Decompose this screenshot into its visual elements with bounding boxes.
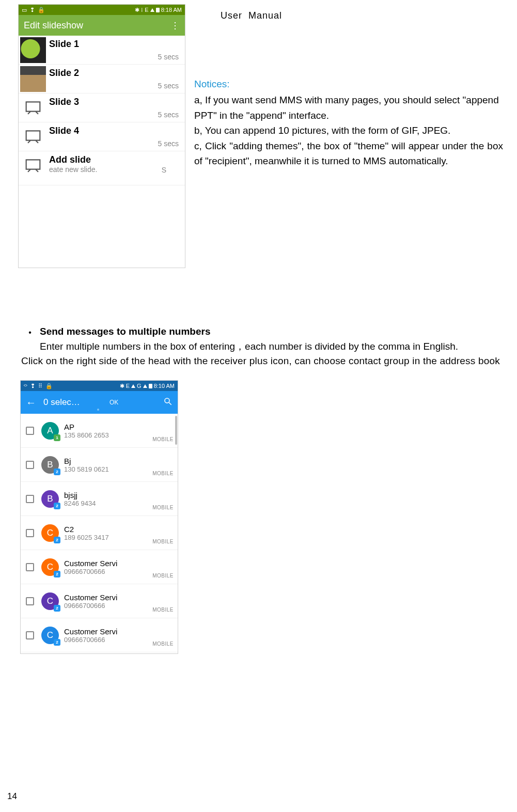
section2-line1: Enter multiple numbers in the box of ent… xyxy=(20,339,500,354)
search-icon[interactable] xyxy=(163,397,173,409)
more-icon[interactable]: ⋯ xyxy=(170,21,181,29)
checkbox[interactable] xyxy=(26,427,34,435)
contact-name: Customer Servi xyxy=(64,627,152,636)
slide-title: Slide 3 xyxy=(49,97,185,107)
avatar: C2 xyxy=(41,592,59,610)
sim-badge: 2 xyxy=(54,605,60,612)
section2-line2: Click on the right side of the head with… xyxy=(20,354,500,369)
lock-icon: 🔒 xyxy=(38,7,45,13)
contact-info: Bj130 5819 0621 xyxy=(64,457,152,473)
contact-info: C2189 6025 3417 xyxy=(64,525,152,541)
appbar: ← 0 selec… OK xyxy=(21,391,178,414)
checkbox[interactable] xyxy=(26,495,34,503)
sim-badge: 2 xyxy=(54,503,60,509)
statusbar: ▭ ❢ 🔒 ✱ ⁞ E 8:18 AM xyxy=(19,5,185,15)
screenshot-contact-picker: ⌔ ❢ ⠿ 🔒 ✱ E G 8:10 AM ← 0 selec… OK A1AP… xyxy=(20,380,178,654)
contact-type: MOBILE xyxy=(152,607,174,618)
avatar: C2 xyxy=(41,627,59,644)
status-time: 8:10 AM xyxy=(154,383,175,389)
contact-type: MOBILE xyxy=(152,505,174,516)
contact-number: 130 5819 0621 xyxy=(64,465,152,473)
contact-list: A1AP135 8606 2653MOBILEB2Bj130 5819 0621… xyxy=(21,414,178,652)
appbar-title: Edit slideshow xyxy=(24,20,83,31)
notification-icon: ❢ xyxy=(30,383,35,389)
statusbar: ⌔ ❢ ⠿ 🔒 ✱ E G 8:10 AM xyxy=(21,381,178,391)
sim-badge: 2 xyxy=(54,469,60,475)
page-header: UserManual xyxy=(221,10,282,21)
checkbox[interactable] xyxy=(26,529,34,537)
contact-name: bjsjj xyxy=(64,491,152,499)
checkbox[interactable] xyxy=(26,597,34,605)
contact-number: 135 8606 2653 xyxy=(64,431,152,439)
contact-row[interactable]: C2Customer Servi09666700666MOBILE xyxy=(21,550,178,584)
contact-row[interactable]: C2Customer Servi09666700666MOBILE xyxy=(21,584,178,618)
network-label: E xyxy=(145,7,148,13)
battery-icon xyxy=(149,384,152,388)
contact-number: 189 6025 3417 xyxy=(64,534,152,541)
page-number: 14 xyxy=(7,791,17,802)
avatar: B2 xyxy=(41,456,59,474)
contact-name: Bj xyxy=(64,457,152,465)
lock-icon: 🔒 xyxy=(45,383,53,389)
scrollbar-thumb[interactable] xyxy=(175,416,177,445)
checkbox[interactable] xyxy=(26,461,34,469)
contact-info: bjsjj8246 9434 xyxy=(64,491,152,507)
network-label-1: E xyxy=(126,383,130,389)
back-button[interactable]: ← xyxy=(26,397,36,409)
voicemail-icon: ⠿ xyxy=(38,383,42,389)
appbar: Edit slideshow ⋯ xyxy=(19,15,185,36)
contact-number: 09666700666 xyxy=(64,568,152,575)
notice-a: a, If you want send MMS with many pages,… xyxy=(194,92,503,123)
slide-thumb xyxy=(20,37,46,63)
svg-line-1 xyxy=(169,402,171,405)
svg-point-0 xyxy=(165,398,169,403)
notice-c: c, Click "adding themes", the box of "th… xyxy=(194,138,503,169)
notices-heading: Notices: xyxy=(194,76,503,91)
contact-name: Customer Servi xyxy=(64,559,152,568)
add-slide[interactable]: Add slide eate new slide. S xyxy=(19,151,185,185)
network-label-2: G xyxy=(137,383,142,389)
sim-badge: 2 xyxy=(54,537,60,543)
signal-icon xyxy=(131,384,135,388)
slide-item[interactable]: Slide 45 secs xyxy=(19,122,185,151)
contact-info: Customer Servi09666700666 xyxy=(64,593,152,610)
slide-title: Slide 4 xyxy=(49,126,185,136)
checkbox[interactable] xyxy=(26,631,34,639)
sim-badge: 1 xyxy=(54,434,60,441)
contact-type: MOBILE xyxy=(152,436,174,447)
status-time: 8:18 AM xyxy=(161,7,182,13)
ok-button[interactable]: OK xyxy=(109,399,118,406)
contact-row[interactable]: C2C2189 6025 3417MOBILE xyxy=(21,516,178,550)
contact-row[interactable]: B2Bj130 5819 0621MOBILE xyxy=(21,448,178,482)
projector-icon xyxy=(20,95,46,121)
slide-item[interactable]: Slide 35 secs xyxy=(19,93,185,122)
contact-row[interactable]: A1AP135 8606 2653MOBILE xyxy=(21,414,178,448)
selection-title: 0 selec… xyxy=(43,397,93,408)
signal-icon xyxy=(143,384,147,388)
contact-info: AP135 8606 2653 xyxy=(64,423,152,439)
contact-info: Customer Servi09666700666 xyxy=(64,559,152,575)
slide-thumb xyxy=(20,66,46,92)
checkbox[interactable] xyxy=(26,563,34,571)
bluetooth-icon: ✱ xyxy=(120,383,124,389)
slide-duration: 5 secs xyxy=(158,139,185,148)
slide-item[interactable]: Slide 25 secs xyxy=(19,65,185,93)
add-slide-title: Add slide xyxy=(49,154,185,165)
battery-icon xyxy=(156,8,160,12)
projector-icon xyxy=(20,124,46,150)
contact-name: AP xyxy=(64,423,152,431)
notification-icon: ❢ xyxy=(30,7,35,13)
contact-row[interactable]: C2Customer Servi09666700666MOBILE xyxy=(21,618,178,652)
contact-number: 8246 9434 xyxy=(64,499,152,507)
contact-type: MOBILE xyxy=(152,573,174,584)
sim-badge: 2 xyxy=(54,639,60,646)
bullet-title: Send messages to multiple numbers xyxy=(40,324,210,339)
signal-icon xyxy=(150,8,154,12)
contact-row[interactable]: B2bjsjj8246 9434MOBILE xyxy=(21,482,178,516)
contact-type: MOBILE xyxy=(152,471,174,481)
slide-item[interactable]: Slide 15 secs xyxy=(19,36,185,65)
bullet-dot: • xyxy=(20,324,40,339)
avatar: C2 xyxy=(41,524,59,542)
sim-badge: 2 xyxy=(54,571,60,577)
bluetooth-icon: ✱ xyxy=(135,7,139,13)
